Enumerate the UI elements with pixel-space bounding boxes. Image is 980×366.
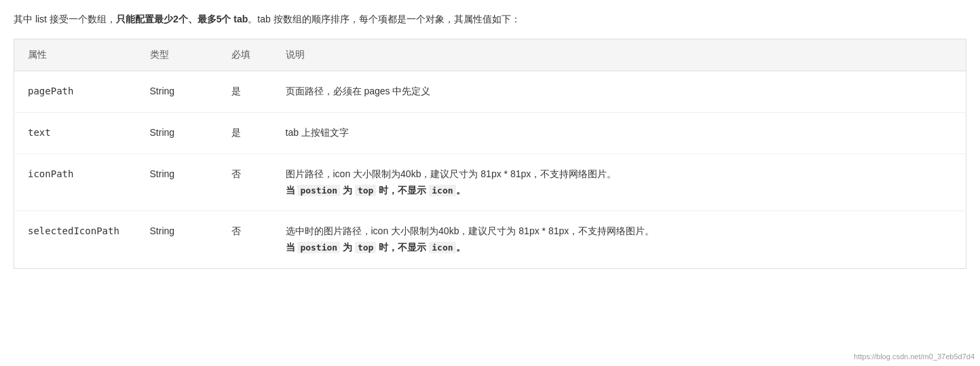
header-type: 类型 [136,39,218,71]
code-postion: postion [297,242,340,253]
code-postion: postion [297,185,340,196]
desc-main-text: 页面路径，必须在 pages 中先定义 [286,86,431,96]
cell-attr: pagePath [14,71,136,113]
cell-type: String [136,211,218,269]
cell-type: String [136,71,218,113]
table-row: pagePathString是页面路径，必须在 pages 中先定义 [14,71,966,113]
cell-required: 否 [218,153,272,211]
desc-main-text: tab 上按钮文字 [286,127,349,138]
cell-attr: text [14,112,136,153]
table-header-row: 属性 类型 必填 说明 [14,39,966,71]
cell-desc: 图片路径，icon 大小限制为40kb，建议尺寸为 81px * 81px，不支… [272,153,966,211]
table-row: selectedIconPathString否选中时的图片路径，icon 大小限… [14,211,966,269]
header-required: 必填 [218,39,272,71]
intro-text-before: 其中 list 接受一个数组， [14,14,116,24]
cell-desc: tab 上按钮文字 [272,112,966,153]
desc-note-text: 当 postion 为 top 时，不显示 icon。 [286,242,466,253]
cell-required: 是 [218,71,272,113]
cell-attr: iconPath [14,153,136,211]
desc-main-text: 选中时的图片路径，icon 大小限制为40kb，建议尺寸为 81px * 81p… [286,225,655,236]
cell-desc: 页面路径，必须在 pages 中先定义 [272,71,966,113]
cell-required: 否 [218,211,272,269]
cell-attr: selectedIconPath [14,211,136,269]
intro-paragraph: 其中 list 接受一个数组，只能配置最少2个、最多5个 tab。tab 按数组… [14,11,966,28]
cell-type: String [136,153,218,211]
code-top: top [355,185,376,196]
code-top: top [355,242,376,253]
cell-type: String [136,112,218,153]
desc-note-text: 当 postion 为 top 时，不显示 icon。 [286,185,466,196]
table-row: iconPathString否图片路径，icon 大小限制为40kb，建议尺寸为… [14,153,966,211]
header-attr: 属性 [14,39,136,71]
desc-main-text: 图片路径，icon 大小限制为40kb，建议尺寸为 81px * 81px，不支… [286,168,617,179]
cell-required: 是 [218,112,272,153]
header-desc: 说明 [272,39,966,71]
properties-table: 属性 类型 必填 说明 pagePathString是页面路径，必须在 page… [14,39,966,269]
intro-text-after: 。tab 按数组的顺序排序，每个项都是一个对象，其属性值如下： [248,14,520,24]
table-row: textString是tab 上按钮文字 [14,112,966,153]
code-icon: icon [429,242,455,253]
code-icon: icon [429,185,455,196]
intro-strong: 只能配置最少2个、最多5个 tab [116,14,248,24]
cell-desc: 选中时的图片路径，icon 大小限制为40kb，建议尺寸为 81px * 81p… [272,211,966,269]
